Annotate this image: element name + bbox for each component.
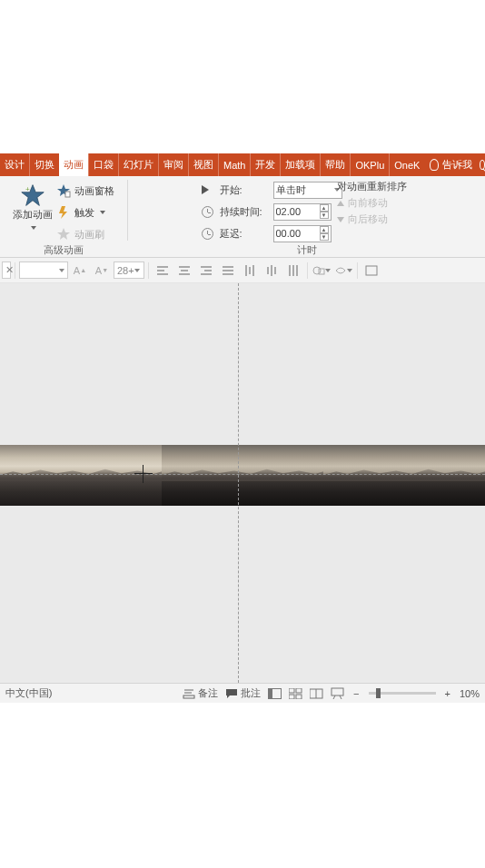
tab-addins[interactable]: 加载项 [280, 153, 320, 176]
tab-onek[interactable]: OneK [389, 153, 424, 176]
svg-rect-21 [267, 267, 269, 274]
align-1[interactable] [153, 261, 173, 281]
view-slideshow[interactable] [331, 687, 344, 699]
trigger-button[interactable]: 触发 [56, 203, 114, 222]
delay-label: 延迟: [220, 227, 270, 241]
svg-rect-10 [181, 270, 188, 271]
image-strip[interactable] [0, 445, 485, 506]
font-combo[interactable] [19, 261, 68, 279]
svg-rect-11 [179, 273, 190, 275]
start-label: 开始: [220, 183, 270, 197]
shape2-combo[interactable] [333, 261, 353, 281]
language-status[interactable]: 中文(中国) [5, 686, 52, 700]
tab-design[interactable]: 设计 [0, 153, 29, 176]
svg-rect-13 [204, 270, 212, 271]
svg-rect-24 [289, 265, 291, 276]
svg-rect-3 [65, 192, 70, 197]
svg-rect-25 [292, 265, 294, 276]
view-normal[interactable] [268, 688, 282, 699]
view-sorter-icon [289, 688, 302, 699]
shape-combo[interactable] [312, 261, 332, 281]
svg-rect-8 [157, 273, 168, 275]
align-5[interactable] [240, 261, 260, 281]
zoom-level[interactable]: 10% [460, 688, 480, 699]
rect-btn[interactable] [361, 261, 381, 281]
svg-rect-18 [245, 265, 247, 276]
animation-painter-button: 动画刷 [56, 225, 114, 243]
comments-button[interactable]: 批注 [225, 686, 261, 700]
move-later-button: 向后移动 [337, 212, 407, 226]
svg-rect-22 [271, 265, 272, 276]
zoom-in[interactable]: + [443, 688, 452, 699]
svg-rect-35 [289, 695, 294, 699]
svg-rect-7 [157, 270, 164, 271]
secondary-toolbar: ✕ A▲ A▼ 28+ [0, 258, 485, 283]
svg-rect-17 [223, 273, 233, 275]
align-7[interactable] [283, 261, 303, 281]
view-reading[interactable] [310, 688, 323, 699]
svg-marker-4 [59, 206, 67, 219]
align-2[interactable] [174, 261, 194, 281]
comment-icon [225, 688, 238, 699]
align-4[interactable] [218, 261, 238, 281]
svg-rect-16 [223, 270, 233, 271]
delay-icon [202, 228, 213, 240]
svg-rect-14 [201, 273, 212, 275]
align-3[interactable] [196, 261, 216, 281]
close-x[interactable]: ✕ [2, 261, 11, 279]
tab-help[interactable]: 帮助 [320, 153, 350, 176]
duration-spinner[interactable]: 02.00 ▲▼ [273, 203, 332, 221]
svg-rect-33 [289, 688, 294, 693]
tell-me[interactable]: 告诉我 [430, 158, 472, 172]
ribbon-body: + 添加动画 动画窗格 触发 动画刷 高级动画 [0, 176, 485, 258]
group-label-advanced: 高级动画 [5, 243, 122, 259]
view-normal-icon [268, 688, 282, 699]
tab-view[interactable]: 视图 [188, 153, 218, 176]
svg-point-27 [313, 267, 321, 274]
svg-rect-15 [223, 266, 233, 268]
clock-icon [202, 206, 213, 218]
svg-rect-26 [296, 265, 298, 276]
svg-rect-23 [274, 267, 276, 274]
tab-slideshow[interactable]: 幻灯片 [118, 153, 158, 176]
animation-pane-button[interactable]: 动画窗格 [56, 182, 114, 200]
svg-line-41 [340, 695, 341, 699]
duration-label: 持续时间: [220, 205, 270, 219]
tab-math[interactable]: Math [218, 153, 250, 176]
view-slideshow-icon [331, 687, 344, 699]
svg-rect-9 [179, 266, 190, 268]
svg-rect-20 [252, 265, 254, 276]
view-sorter[interactable] [289, 688, 302, 699]
tab-pocket[interactable]: 口袋 [88, 153, 118, 176]
svg-rect-6 [157, 266, 168, 268]
arrow-up-icon [337, 201, 344, 206]
svg-rect-39 [332, 688, 343, 695]
tab-animation[interactable]: 动画 [59, 153, 88, 176]
view-reading-icon [310, 688, 323, 699]
star-icon: + [21, 183, 45, 207]
align-6[interactable] [262, 261, 282, 281]
animation-pane-icon [56, 183, 71, 198]
group-label-timing: 计时 [134, 243, 480, 259]
search-icon[interactable] [480, 160, 485, 170]
svg-rect-36 [296, 695, 302, 699]
font-size-combo[interactable]: 28+ [114, 261, 144, 279]
font-grow[interactable]: A▲ [70, 261, 90, 281]
play-icon [202, 185, 209, 194]
crosshair-cursor [134, 465, 153, 483]
tab-developer[interactable]: 开发 [250, 153, 280, 176]
svg-text:+: + [25, 185, 30, 193]
tab-review[interactable]: 审阅 [158, 153, 188, 176]
vertical-guide [238, 283, 239, 683]
notes-button[interactable]: 备注 [183, 686, 218, 700]
delay-spinner[interactable]: 00.00 ▲▼ [273, 225, 332, 242]
slide-canvas[interactable] [0, 283, 485, 683]
font-shrink[interactable]: A▼ [92, 261, 112, 281]
trigger-icon [56, 205, 71, 220]
zoom-slider[interactable] [369, 692, 436, 695]
svg-rect-29 [366, 266, 377, 275]
add-animation-button[interactable]: + 添加动画 [13, 178, 53, 232]
tab-okplus[interactable]: OKPlu [350, 153, 389, 176]
tab-transition[interactable]: 切换 [29, 153, 59, 176]
zoom-out[interactable]: − [351, 688, 361, 699]
